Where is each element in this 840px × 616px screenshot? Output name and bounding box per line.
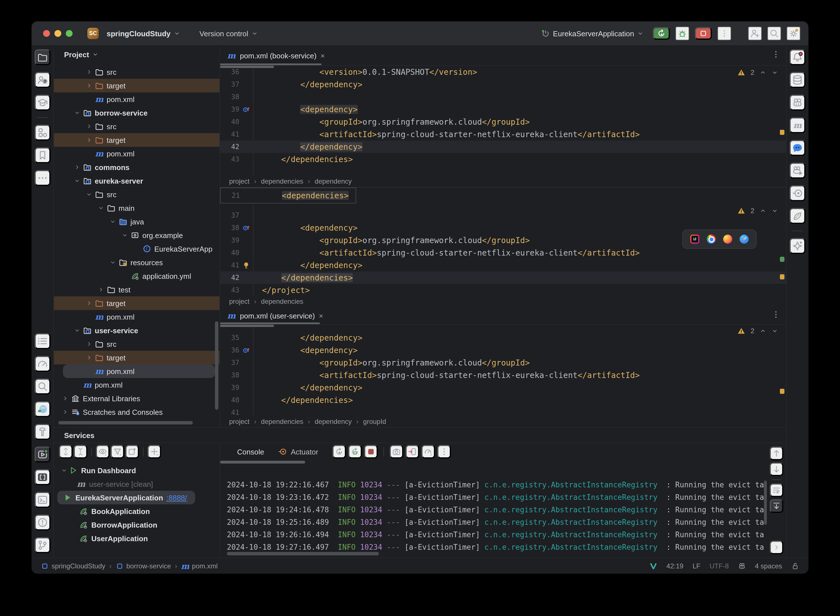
console-gauge-caret[interactable]: [421, 445, 435, 459]
zoom-button[interactable]: [66, 30, 73, 37]
statusbar-widget-0[interactable]: [649, 562, 658, 570]
tree-item-target[interactable]: target: [54, 351, 219, 364]
intellij-icon[interactable]: IJ: [690, 235, 699, 244]
code-line-37[interactable]: 37: [220, 209, 786, 221]
statusbar-crumb-1[interactable]: borrow-service: [115, 562, 171, 570]
tab-console[interactable]: Console: [231, 443, 270, 460]
breadcrumb-item[interactable]: dependencies: [261, 298, 303, 305]
code-line-39[interactable]: 39 <dependency>: [220, 103, 786, 116]
code-line-38[interactable]: 38 <artifactId>spring-cloud-starter-netf…: [220, 369, 786, 381]
tree-item-main[interactable]: main: [54, 201, 219, 215]
settings-button[interactable]: [787, 26, 800, 40]
console-stop-muted[interactable]: [364, 445, 378, 459]
next-warning-icon[interactable]: [771, 207, 778, 214]
code-editor[interactable]: 35 </dependency>36 <dependency>37 <group…: [220, 325, 786, 416]
tree-item-pom.xml[interactable]: mpom.xml: [54, 147, 219, 160]
tree-item-target[interactable]: target: [54, 79, 219, 92]
code-line-42[interactable]: 42 </dependency>: [220, 141, 786, 153]
project-horizontal-scrollbar[interactable]: [59, 421, 193, 424]
statusbar-widget-4[interactable]: [738, 562, 746, 570]
tab-actuator[interactable]: Actuator: [272, 443, 324, 460]
console-scroll-down[interactable]: [770, 462, 783, 476]
statusbar-widget-5[interactable]: 4 spaces: [755, 562, 782, 570]
stripe-item-git-tool[interactable]: [35, 537, 50, 553]
code-line-38[interactable]: 38: [220, 91, 786, 103]
error-stripe-mark[interactable]: [780, 274, 784, 279]
more-actions-button[interactable]: [718, 26, 731, 40]
stripe-item-snippets-tool[interactable]: [35, 469, 50, 485]
stripe-item-terminal-tool[interactable]: [35, 492, 50, 508]
tree-item-application.yml[interactable]: application.yml: [54, 269, 219, 283]
breadcrumb-item[interactable]: dependency: [315, 418, 352, 425]
tree-item-pom.xml[interactable]: mpom.xml: [54, 92, 219, 106]
service-user-service-clean-[interactable]: muser-service [clean]: [54, 477, 219, 491]
code-line-36[interactable]: 36 <version>0.0.1-SNAPSHOT</version>: [220, 66, 786, 78]
service-EurekaServerApplication[interactable]: EurekaServerApplication:8888/: [54, 491, 219, 505]
inspection-widget[interactable]: 2: [738, 207, 778, 215]
console-vscrollbar[interactable]: [764, 481, 767, 525]
safari-icon[interactable]: [740, 235, 749, 244]
tree-item-EurekaServerApp[interactable]: CEurekaServerApp: [54, 242, 219, 255]
svc-toolbar-collapse-all[interactable]: [74, 445, 87, 459]
project-panel-header[interactable]: Project: [54, 46, 219, 63]
breadcrumb-item[interactable]: project: [229, 298, 250, 305]
code-editor[interactable]: 36 <version>0.0.1-SNAPSHOT</version>37 <…: [220, 66, 786, 176]
code-line-35[interactable]: 35 </dependency>: [220, 331, 786, 344]
stripe-item-todo-tool[interactable]: [35, 333, 50, 349]
error-stripe-mark[interactable]: [780, 389, 784, 393]
stripe-item-project-tool[interactable]: [35, 49, 50, 65]
stripe-item-problems-tool[interactable]: [35, 515, 50, 531]
console-scroll-to-end[interactable]: [770, 499, 783, 513]
stripe-item-actuator-tool[interactable]: [790, 185, 805, 201]
tree-item-Scratches-and-Consoles[interactable]: Scratches and Consoles: [54, 405, 219, 419]
tree-item-pom.xml[interactable]: mpom.xml: [54, 364, 219, 378]
code-line-41[interactable]: 41 <artifactId>spring-cloud-starter-netf…: [220, 128, 786, 141]
code-line-37[interactable]: 37 </dependency>: [220, 78, 786, 91]
close-button[interactable]: [43, 30, 50, 37]
vcs-widget[interactable]: Version control: [196, 29, 261, 38]
tree-item-resources[interactable]: resources: [54, 255, 219, 269]
stripe-item-endpoints-tool[interactable]: [35, 356, 50, 372]
prev-warning-icon[interactable]: [759, 69, 766, 76]
firefox-icon[interactable]: [723, 235, 732, 244]
code-editor[interactable]: 21 <dependencies> 3738 <dependency>39 <g…: [220, 188, 786, 296]
tree-item-pom.xml[interactable]: mpom.xml: [54, 310, 219, 324]
console-soft-wrap[interactable]: [770, 483, 783, 497]
minimize-button[interactable]: [54, 30, 61, 37]
console-camera[interactable]: [390, 445, 403, 459]
next-warning-icon[interactable]: [771, 69, 778, 76]
stripe-item-spring-tool[interactable]: [790, 208, 805, 224]
tab-options-button[interactable]: [771, 50, 780, 61]
console-rerun-green[interactable]: [332, 445, 346, 459]
stop-button[interactable]: [695, 27, 712, 40]
console-expand-right[interactable]: [770, 541, 783, 554]
tree-item-eureka-server[interactable]: eureka-server: [54, 174, 219, 188]
prev-warning-icon[interactable]: [759, 327, 766, 334]
editor-hscrollbar[interactable]: [220, 325, 274, 327]
service-Run-Dashboard[interactable]: Run Dashboard: [54, 463, 219, 477]
breadcrumb-item[interactable]: dependencies: [261, 177, 303, 185]
tree-item-target[interactable]: target: [54, 133, 219, 147]
stripe-item-learner-profiles[interactable]: ?: [35, 72, 50, 88]
statusbar-widget-1[interactable]: 42:19: [666, 562, 684, 570]
stripe-item-learn[interactable]: [35, 95, 50, 110]
run-configuration-selector[interactable]: EurekaServerApplication: [538, 28, 647, 38]
code-line-40[interactable]: 40 <groupId>org.springframework.cloud</g…: [220, 116, 786, 128]
code-line-41[interactable]: 41: [220, 406, 786, 416]
svc-toolbar-filter[interactable]: [110, 445, 124, 459]
error-stripe-mark[interactable]: [780, 257, 784, 262]
code-with-me-button[interactable]: [748, 26, 762, 40]
svc-toolbar-expand-all[interactable]: [59, 445, 73, 459]
tree-item-borrow-service[interactable]: borrow-service: [54, 106, 219, 120]
statusbar-widget-3[interactable]: UTF-8: [709, 562, 729, 570]
breadcrumb-item[interactable]: project: [229, 177, 250, 185]
editor-hscrollbar[interactable]: [220, 66, 274, 68]
code-line-41[interactable]: 41 </dependency>: [220, 259, 786, 271]
svc-toolbar-eye[interactable]: [96, 445, 109, 459]
svc-toolbar-plus[interactable]: [147, 445, 161, 459]
project-switcher[interactable]: springCloudStudy: [103, 29, 184, 38]
breadcrumb-item[interactable]: dependency: [315, 177, 352, 185]
stripe-item-database-tool[interactable]: [790, 72, 805, 88]
service-UserApplication[interactable]: UserApplication: [54, 532, 219, 545]
stripe-item-bookmarks-tool[interactable]: [35, 147, 50, 163]
